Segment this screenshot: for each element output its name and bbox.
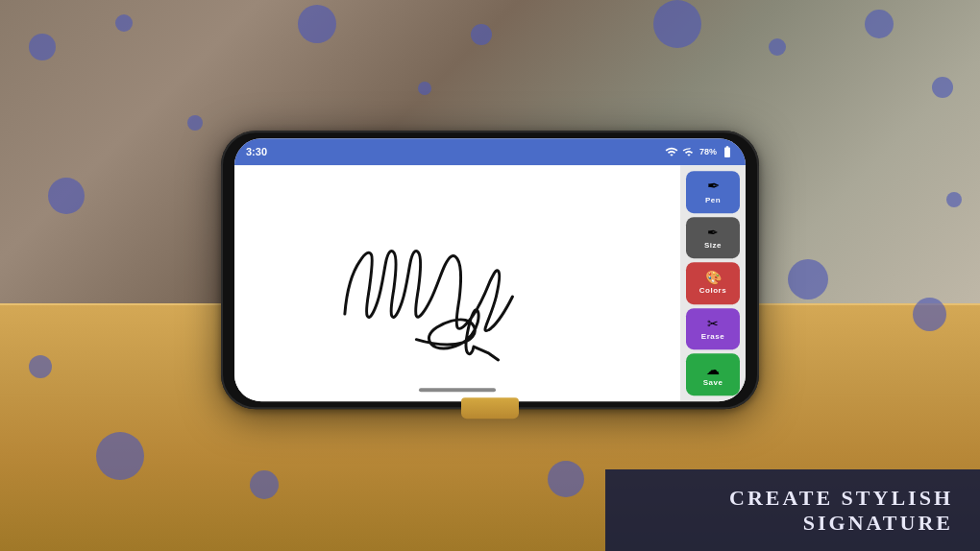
screen-content: ✒ Pen ✒ Size 🎨 Colors ✂ Erase [234, 165, 746, 401]
status-time: 3:30 [246, 146, 267, 157]
dot-11 [788, 259, 828, 299]
pen-button[interactable]: ✒ Pen [686, 171, 740, 213]
erase-icon: ✂ [707, 317, 719, 330]
erase-button[interactable]: ✂ Erase [686, 308, 740, 350]
dot-3 [298, 5, 336, 43]
dot-5 [653, 0, 701, 48]
phone-device: 3:30 78% [221, 131, 759, 409]
size-button[interactable]: ✒ Size [686, 217, 740, 259]
pen-icon: ✒ [707, 179, 720, 194]
phone-container: 3:30 78% [221, 131, 759, 409]
drawing-area[interactable] [234, 165, 680, 401]
dot-17 [187, 115, 203, 131]
colors-label: Colors [699, 287, 726, 296]
dot-8 [932, 77, 953, 98]
dot-14 [96, 432, 144, 480]
pen-label: Pen [705, 196, 721, 204]
colors-icon: 🎨 [705, 272, 722, 285]
signal-icon [682, 145, 696, 158]
dot-15 [250, 470, 279, 499]
dot-2 [115, 14, 133, 32]
wifi-icon [665, 145, 678, 158]
dot-12 [48, 178, 85, 214]
dot-4 [471, 24, 492, 45]
status-icons: 78% [665, 145, 734, 158]
status-bar: 3:30 78% [234, 138, 746, 165]
signature-canvas [283, 191, 631, 375]
battery-text: 78% [699, 147, 717, 156]
dot-16 [548, 461, 584, 497]
bottom-banner-text: CREATE STYLISH SIGNATURE [625, 486, 953, 536]
dot-18 [418, 82, 431, 95]
dot-6 [769, 38, 786, 56]
phone-screen: 3:30 78% [234, 138, 746, 401]
dot-9 [946, 192, 962, 207]
size-label: Size [704, 241, 722, 250]
phone-stand [461, 397, 519, 419]
size-icon: ✒ [707, 226, 719, 239]
dot-13 [29, 355, 52, 378]
dot-7 [865, 10, 894, 38]
dot-1 [29, 34, 56, 60]
erase-label: Erase [701, 332, 724, 341]
save-label: Save [703, 378, 723, 387]
colors-button[interactable]: 🎨 Colors [686, 262, 740, 304]
save-icon: ☁ [706, 363, 720, 376]
toolbar: ✒ Pen ✒ Size 🎨 Colors ✂ Erase [680, 165, 746, 401]
dot-10 [913, 298, 946, 331]
bottom-banner: CREATE STYLISH SIGNATURE [605, 469, 980, 551]
battery-icon [721, 145, 734, 158]
save-button[interactable]: ☁ Save [686, 354, 740, 396]
home-bar [419, 388, 496, 392]
